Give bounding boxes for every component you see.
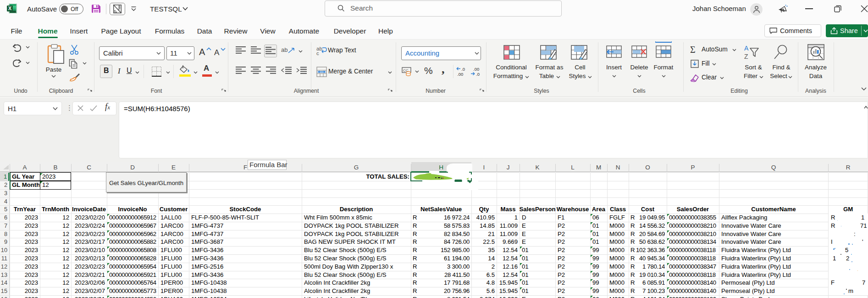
svg-text:.0: .0 [461,67,465,72]
svg-text:c: c [316,51,319,55]
svg-text:.0: .0 [476,72,480,76]
svg-text:A: A [744,45,749,52]
svg-text:.00: .00 [473,67,479,72]
svg-text:.00: .00 [457,72,463,76]
svg-text:ab: ab [281,46,287,53]
svg-text:X: X [8,6,11,11]
svg-text:Z: Z [744,53,748,60]
